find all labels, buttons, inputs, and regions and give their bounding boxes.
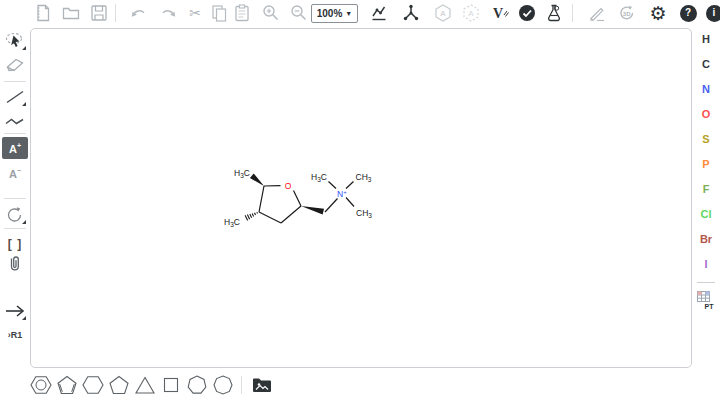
settings-button[interactable]: ⚙ [645,1,671,25]
atom-label-oxygen[interactable]: O [285,181,292,191]
toolbar-separator [697,282,715,283]
atom-label-nitrogen[interactable]: N+ [337,189,347,199]
rgroup-button[interactable]: ›R1 [2,324,28,346]
atom-button[interactable]: S [694,130,718,148]
wedge-bond-c2-ch2[interactable] [301,206,324,215]
chain-button[interactable] [2,110,28,132]
eraser-button[interactable] [2,54,28,76]
layout-button[interactable] [366,1,392,25]
dearomatize-button[interactable]: A [458,1,484,25]
stereo-cip-button[interactable]: V [488,1,514,25]
eraser-icon [4,54,26,76]
bond-n-ch3-c[interactable] [346,198,354,207]
atom-label-methyl-c5[interactable]: H3C [234,168,250,179]
rotate-button[interactable] [2,204,28,226]
about-button[interactable]: i [701,1,720,25]
element-symbol: Br [700,233,712,245]
left-toolbar: A+ A− [ ] ›R1 [0,28,30,370]
benzene-template-button[interactable] [28,372,54,398]
atom-label-n-methyl-c[interactable]: CH3 [356,208,372,219]
cycloheptane-template-button[interactable] [184,372,210,398]
atom-button[interactable]: O [694,105,718,123]
cyclohexane-template-button[interactable] [80,372,106,398]
check-structure-button[interactable] [514,1,540,25]
atom-button[interactable]: P [694,155,718,173]
atom-button[interactable]: H [694,30,718,48]
bond-n-ch3-a[interactable] [329,182,337,189]
sgroup-icon: [ ] [8,237,22,251]
rgroup-icon: ›R1 [8,330,23,340]
dropdown-corner [22,102,26,106]
periodic-table-button[interactable]: PT [694,288,718,312]
undo-icon [129,3,149,23]
aromatize-button[interactable]: A [430,1,456,25]
new-document-button[interactable] [30,1,56,25]
element-symbol: N [702,83,710,95]
cyclobutane-template-icon [160,374,182,396]
bond-ch2-n[interactable] [325,199,338,213]
cyclobutane-template-button[interactable] [158,372,184,398]
open-button[interactable] [58,1,84,25]
toolbar-separator [4,228,26,229]
sgroup-button[interactable]: [ ] [2,233,28,255]
cyclopentane-template-button[interactable] [106,372,132,398]
bond-n-ch3-b[interactable] [346,182,354,189]
periodic-table-icon: PT [696,290,716,310]
cut-icon: ✂ [189,6,201,20]
atom-button[interactable]: C [694,55,718,73]
atom-button[interactable]: Br [694,230,718,248]
atom-label-methyl-c4[interactable]: H3C [224,217,240,228]
atom-button[interactable]: Cl [694,205,718,223]
help-button[interactable]: ? [675,1,701,25]
charge-minus-icon: A− [9,167,21,180]
molecule-structure[interactable]: O N+ H3C H3C H3C CH3 CH3 [31,29,693,369]
zoom-level-dropdown[interactable]: 100% ▼ [311,4,358,23]
calculated-values-button[interactable] [541,1,567,25]
template-library-button[interactable] [249,372,275,398]
svg-text:A: A [440,9,446,18]
atom-button[interactable]: I [694,255,718,273]
cyclopropane-template-button[interactable] [132,372,158,398]
zoom-out-button[interactable] [286,1,312,25]
drawing-canvas[interactable]: O N+ H3C H3C H3C CH3 CH3 [30,28,692,368]
save-button[interactable] [86,1,112,25]
bond-c4-c5[interactable] [259,186,264,212]
bond-o-c2[interactable] [294,191,302,207]
charge-minus-button[interactable]: A− [2,162,28,184]
reaction-arrow-button[interactable] [2,300,28,322]
atom-label-n-methyl-b[interactable]: CH3 [356,172,372,183]
zoom-in-button[interactable] [258,1,284,25]
3d-viewer-button[interactable]: 3D [614,1,640,25]
single-bond-button[interactable] [2,86,28,108]
atom-button[interactable]: F [694,180,718,198]
atom-label-n-methyl-a[interactable]: H3C [311,172,327,183]
undo-button[interactable] [126,1,152,25]
toolbar-separator [115,4,116,22]
redo-button[interactable] [155,1,181,25]
about-icon: i [706,5,720,22]
charge-plus-button[interactable]: A+ [2,137,28,159]
clean-up-icon [401,3,421,23]
svg-text:V: V [493,6,503,21]
cyclopentadiene-template-button[interactable] [54,372,80,398]
charge-plus-icon: A+ [9,142,21,155]
cyclopentane-template-icon [108,374,130,396]
bond-c2-c3[interactable] [281,206,301,223]
wedge-bond-c5-methyl[interactable] [250,173,264,186]
clean-up-button[interactable] [398,1,424,25]
paste-button[interactable] [229,1,255,25]
cyclooctane-template-button[interactable] [210,372,236,398]
bond-c3-c4[interactable] [259,212,281,223]
toolbar-separator [4,81,26,82]
benzene-template-icon [30,374,52,396]
element-symbol: I [704,258,707,270]
element-symbol: F [703,183,710,195]
top-toolbar: ✂ 100% ▼ A [0,0,720,28]
hash-bond-c4-methyl[interactable] [245,212,257,221]
recognize-button[interactable] [584,1,610,25]
attach-button[interactable] [2,254,28,276]
cut-button[interactable]: ✂ [182,1,208,25]
atom-button[interactable]: N [694,80,718,98]
lasso-selection-button[interactable] [2,30,28,52]
svg-text:A: A [468,9,474,18]
